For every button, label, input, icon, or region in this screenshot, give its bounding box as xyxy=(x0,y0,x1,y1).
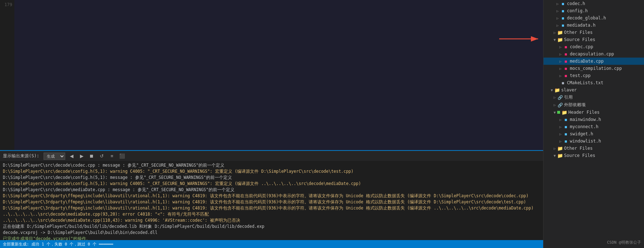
tree-item-config-h[interactable]: ▷■config.h xyxy=(544,7,644,14)
tree-arrow: ▷ xyxy=(552,31,557,35)
tree-item-mediadata-h[interactable]: ▷■mediadata.h xyxy=(544,22,644,29)
tree-item-label: Source Files xyxy=(564,153,595,158)
tree-item-label: Source Files xyxy=(564,37,595,42)
output-line: D:\SimplePlayerC\src\decode\config.h(5,1… xyxy=(3,168,540,175)
tree-item-decapsulation-cpp[interactable]: ▷■decapsulation.cpp xyxy=(544,50,644,58)
tree-item-icon: ■ xyxy=(563,73,569,78)
tree-item-icon: ■ xyxy=(563,124,569,130)
green-indicator xyxy=(557,111,560,114)
output-toolbar: 显示输出来源(S): 生成 ◀ ▶ ⏹ ↺ ≡ ⬛ xyxy=(0,151,543,161)
tree-arrow: ▷ xyxy=(558,132,563,136)
header-file-icon: ■ xyxy=(562,23,564,27)
tree-item-windowlist-h[interactable]: ▷■windowlist.h xyxy=(544,137,644,145)
output-line: D:\SimplePlayerC\src\decode\config.h(5,1… xyxy=(3,175,540,181)
tree-item-icon: ■ xyxy=(560,22,566,28)
ref-icon: 🔗 xyxy=(558,103,563,108)
tree-item---[interactable]: ▷🔗引用 xyxy=(544,94,644,101)
folder-icon: 📁 xyxy=(557,153,563,158)
tree-arrow: ▷ xyxy=(555,9,560,13)
tree-item------[interactable]: ▷🔗外部依赖项 xyxy=(544,101,644,109)
tree-item-label: decapsulation.cpp xyxy=(570,51,614,57)
output-line: D:\SimplePlayerC\src\decode\mediaDate.cp… xyxy=(3,187,540,193)
toolbar-btn-stop[interactable]: ⬛ xyxy=(118,153,126,160)
tree-item-label: 外部依赖项 xyxy=(564,102,586,108)
tree-arrow: ▷ xyxy=(558,45,563,49)
output-line: 已完成生成项目"decode.vcxproj"的操作。 xyxy=(3,236,540,240)
tree-item-decode-global-h[interactable]: ▷■decode_global.h xyxy=(544,14,644,22)
tree-arrow: ▷ xyxy=(558,67,563,71)
header-file-icon: ■ xyxy=(565,118,567,122)
output-source-label: 显示输出来源(S): xyxy=(3,153,39,159)
tree-item-source-files[interactable]: ▼📁Source Files xyxy=(544,152,644,159)
tree-item-label: myconnect.h xyxy=(570,124,598,129)
right-sidebar[interactable]: ▷■codec.h▷■config.h▷■decode_global.h▷■me… xyxy=(543,0,644,248)
ref-icon: 🔗 xyxy=(558,95,563,100)
tree-item-label: mocs_compilation.cpp xyxy=(570,66,622,71)
line-numbers: 179 xyxy=(0,0,14,150)
line-number-179: 179 xyxy=(0,1,12,8)
tree-item-myconnect-h[interactable]: ▷■myconnect.h xyxy=(544,123,644,130)
tree-item-icon: ■ xyxy=(563,66,569,71)
tree-arrow: ▷ xyxy=(558,59,563,63)
toolbar-btn-list[interactable]: ≡ xyxy=(108,153,116,160)
tree-item-other-files[interactable]: ▷📁Other Files xyxy=(544,29,644,36)
header-file-icon: ■ xyxy=(565,132,567,136)
tree-item-label: Other Files xyxy=(564,30,592,35)
tree-item-header-files[interactable]: ▼📁Header Files xyxy=(544,109,644,116)
tree-item-mocs-compilation-cpp[interactable]: ▷■mocs_compilation.cpp xyxy=(544,65,644,72)
output-source-dropdown[interactable]: 生成 xyxy=(44,153,65,160)
tree-item-icon: ■ xyxy=(560,8,566,14)
tree-item-label: test.cpp xyxy=(570,73,591,78)
tree-item-label: config.h xyxy=(567,8,588,13)
tree-arrow: ▷ xyxy=(555,2,560,6)
cpp-file-icon: ■ xyxy=(565,45,567,49)
output-line: ..\..\..\..\..\src\decode\mediaDate.cpp(… xyxy=(3,211,540,217)
tree-item-test-cpp[interactable]: ▷■test.cpp xyxy=(544,72,644,79)
tree-item-icon: ■ xyxy=(563,131,569,137)
tree-item-icon: 🔗 xyxy=(557,95,563,100)
tree-item-label: slaver xyxy=(561,87,577,93)
tree-item-icon: ■ xyxy=(560,1,566,6)
toolbar-btn-refresh[interactable]: ↺ xyxy=(98,153,106,160)
tree-item-other-files[interactable]: ▷📁Other Files xyxy=(544,145,644,152)
tree-item-codec-h[interactable]: ▷■codec.h xyxy=(544,0,644,7)
cpp-file-icon: ■ xyxy=(565,74,567,78)
header-file-icon: ■ xyxy=(565,139,567,143)
folder-icon: 📁 xyxy=(557,146,563,151)
tree-item-label: mainwindow.h xyxy=(570,117,601,122)
header-file-icon: ■ xyxy=(562,9,564,13)
tree-item-icon: 📁 xyxy=(562,109,567,115)
status-bar-text: 全部重新生成: 成功 1 个，失败 0 个，跳过 0 个 ══════ xyxy=(3,242,113,247)
toolbar-btn-prev[interactable]: ◀ xyxy=(68,153,75,160)
tree-item-label: swidget.h xyxy=(570,131,593,136)
output-line: D:\SimplePlayerC\3rdparty\ffmpeg\include… xyxy=(3,199,540,205)
tree-item-source-files[interactable]: ▼📁Source Files xyxy=(544,36,644,43)
tree-arrow: ▷ xyxy=(558,74,563,78)
tree-arrow: ▷ xyxy=(558,139,563,143)
tree-arrow: ▷ xyxy=(558,125,563,129)
tree-item-label: mediaDate.cpp xyxy=(570,59,604,64)
output-line: D:\SimplePlayerC\3rdparty\ffmpeg\include… xyxy=(3,205,540,211)
status-bar: 全部重新生成: 成功 1 个，失败 0 个，跳过 0 个 ══════ xyxy=(0,240,543,248)
tree-item-codec-cpp[interactable]: ▷■codec.cpp xyxy=(544,43,644,50)
output-area[interactable]: D:\SimplePlayerC\src\decode\codec.cpp : … xyxy=(0,161,543,240)
tree-arrow: ▷ xyxy=(555,23,560,27)
tree-item-swidget-h[interactable]: ▷■swidget.h xyxy=(544,130,644,137)
tree-item-icon: ■ xyxy=(560,80,566,86)
tree-arrow: ▼ xyxy=(552,154,557,158)
cpp-file-icon: ■ xyxy=(565,52,567,56)
folder-icon: 📁 xyxy=(557,30,563,35)
tree-arrow: ▼ xyxy=(552,38,557,42)
tree-item-mainwindow-h[interactable]: ▷■mainwindow.h xyxy=(544,116,644,123)
tree-item-slaver[interactable]: ▼📁slaver xyxy=(544,86,644,94)
toolbar-btn-next[interactable]: ▶ xyxy=(78,153,85,160)
tree-item-icon: 📁 xyxy=(557,145,563,151)
tree-item-mediadate-cpp[interactable]: ▷■mediaDate.cpp xyxy=(544,58,644,65)
tree-item-icon: 📁 xyxy=(557,30,563,35)
tree-item-label: 引用 xyxy=(564,94,573,100)
tree-arrow: ▼ xyxy=(552,111,557,114)
tree-item-cmakelists-txt[interactable]: ■CMakeLists.txt xyxy=(544,79,644,86)
toolbar-btn-pause[interactable]: ⏹ xyxy=(88,153,95,160)
tree-item-label: mediadata.h xyxy=(567,23,595,28)
folder-icon: 📁 xyxy=(557,37,563,42)
